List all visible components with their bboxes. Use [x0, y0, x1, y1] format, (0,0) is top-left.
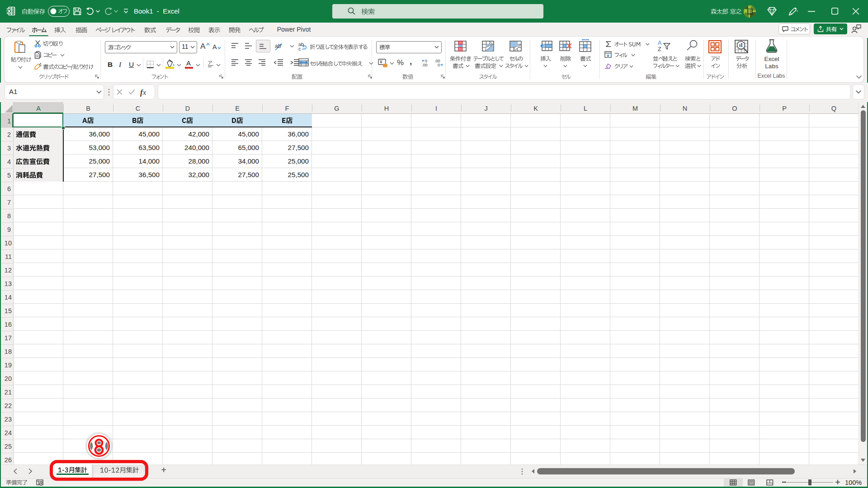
svg-text:¥: ¥ — [379, 60, 382, 65]
svg-text:ab: ab — [275, 43, 281, 49]
svg-text:c: c — [298, 46, 301, 52]
svg-text:A: A — [658, 40, 662, 46]
svg-text:.00: .00 — [422, 63, 428, 67]
svg-text:0: 0 — [438, 63, 440, 67]
svg-text:Z: Z — [658, 46, 661, 52]
